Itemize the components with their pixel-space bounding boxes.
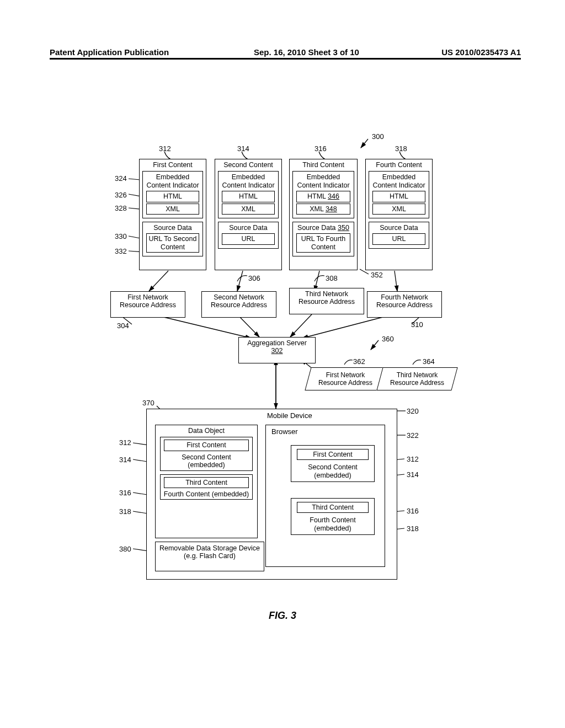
c4-html: HTML (372, 191, 425, 202)
svg-line-3 (129, 236, 140, 238)
content-box-3: Third Content Embedded Content Indicator… (289, 159, 358, 270)
ref-l316: 316 (119, 489, 131, 497)
c3-eci: Embedded Content Indicator (293, 173, 354, 190)
aggregation-server: Aggregation Server 302 (238, 337, 316, 363)
para-1: First Network Resource Address (305, 367, 386, 390)
c3-url: URL To Fourth Content (296, 233, 350, 253)
svg-line-9 (152, 314, 251, 338)
c3-html: HTML 346 (296, 191, 350, 202)
ref-326: 326 (115, 191, 127, 199)
removable-storage: Removable Data Storage Device (e.g. Flas… (155, 542, 264, 571)
ref-318-top: 318 (395, 144, 407, 153)
content-box-1: First Content Embedded Content Indicator… (139, 159, 206, 270)
c4-xml: XML (372, 204, 425, 215)
c4-url: URL (372, 233, 425, 244)
ref-304: 304 (117, 322, 129, 330)
ref-332: 332 (115, 247, 127, 255)
ref-328: 328 (115, 204, 127, 212)
do-foc: Fourth Content (embedded) (161, 489, 252, 499)
browser: Browser First Content Second Content (em… (265, 425, 385, 567)
svg-line-8 (395, 271, 397, 291)
ref-l318: 318 (119, 507, 131, 516)
c2-title: Second Content (215, 159, 281, 170)
agg-num: 302 (240, 347, 314, 355)
c3-eci-box: Embedded Content Indicator HTML 346 XML … (292, 171, 354, 218)
ref-l314: 314 (119, 456, 131, 464)
c3-src: Source Data 350 (293, 223, 354, 232)
ref-310: 310 (411, 320, 423, 329)
ref-316-top: 316 (315, 144, 327, 153)
c1-url: URL To Second Content (146, 233, 199, 253)
br-group2: Third Content Fourth Content (embedded) (291, 498, 375, 535)
do-sc: Second Content (embedded) (161, 452, 252, 470)
para-1-text: First Network Resource Address (313, 371, 378, 387)
ref-r316: 316 (407, 507, 419, 515)
data-object: Data Object First Content Second Content… (155, 425, 258, 538)
c1-src: Source Data (143, 223, 202, 232)
c2-src-box: Source Data URL (218, 222, 279, 249)
br-sc: Second Content (embedded) (291, 462, 374, 480)
c2-eci-box: Embedded Content Indicator HTML XML (218, 171, 279, 218)
content-box-2: Second Content Embedded Content Indicato… (215, 159, 282, 270)
figure-label: FIG. 3 (0, 610, 565, 622)
ref-306: 306 (248, 274, 260, 282)
nra-3: Third Network Resource Address (289, 288, 364, 314)
c1-html: HTML (146, 191, 199, 202)
ref-r314: 314 (407, 470, 419, 479)
ref-330: 330 (115, 232, 127, 240)
nra-4: Fourth Network Resource Address (367, 291, 442, 318)
agg-label: Aggregation Server (240, 339, 314, 347)
mobile-title: Mobile Device (267, 412, 312, 420)
header-left: Patent Application Publication (50, 47, 169, 57)
c1-title: First Content (140, 159, 206, 170)
do-group2: Third Content Fourth Content (embedded) (160, 474, 253, 500)
ref-320: 320 (407, 407, 419, 415)
c2-src: Source Data (218, 223, 278, 232)
ref-300: 300 (372, 132, 384, 141)
svg-line-0 (129, 179, 140, 180)
c2-url: URL (222, 233, 275, 244)
do-tc: Third Content (164, 477, 249, 488)
c3-src-box: Source Data 350 URL To Fourth Content (292, 222, 354, 256)
header-mid: Sep. 16, 2010 Sheet 3 of 10 (254, 47, 359, 57)
do-group1: First Content Second Content (embedded) (160, 437, 253, 470)
c4-eci-box: Embedded Content Indicator HTML XML (369, 171, 429, 218)
ref-r318: 318 (407, 524, 419, 533)
br-fc: First Content (297, 449, 369, 460)
br-tc: Third Content (297, 502, 369, 513)
header-right: US 2010/0235473 A1 (441, 47, 521, 57)
mobile-device: Mobile Device Data Object First Content … (146, 409, 397, 580)
c3-title: Third Content (290, 159, 357, 170)
ref-380: 380 (119, 545, 131, 553)
br-group1: First Content Second Content (embedded) (291, 445, 375, 482)
ref-322: 322 (407, 431, 419, 440)
c4-src-box: Source Data URL (369, 222, 429, 249)
content-box-4: Fourth Content Embedded Content Indicato… (365, 159, 433, 270)
c2-eci: Embedded Content Indicator (218, 173, 278, 190)
ref-308: 308 (326, 274, 338, 282)
svg-line-10 (237, 314, 259, 337)
c4-src: Source Data (369, 223, 429, 232)
para-2: Third Network Resource Address (376, 367, 457, 390)
ref-l312: 312 (119, 438, 131, 447)
ref-364: 364 (423, 357, 435, 366)
data-object-title: Data Object (156, 425, 257, 436)
ref-324: 324 (115, 174, 127, 183)
br-foc: Fourth Content (embedded) (291, 515, 374, 533)
svg-line-11 (290, 314, 312, 337)
ref-370: 370 (142, 399, 154, 407)
browser-title: Browser (271, 428, 298, 436)
c1-xml: XML (146, 204, 199, 215)
c1-eci: Embedded Content Indicator (143, 173, 202, 190)
c4-title: Fourth Content (366, 159, 432, 170)
svg-line-12 (302, 314, 393, 338)
ref-352: 352 (371, 271, 383, 279)
c3-xml: XML 348 (296, 204, 350, 215)
nra-2: Second Network Resource Address (201, 291, 276, 318)
page: Patent Application Publication Sep. 16, … (0, 0, 565, 728)
ref-314-top: 314 (237, 144, 249, 153)
c1-src-box: Source Data URL To Second Content (142, 222, 203, 256)
ref-r312: 312 (407, 455, 419, 463)
svg-line-6 (237, 271, 243, 291)
nra-1: First Network Resource Address (110, 291, 185, 318)
